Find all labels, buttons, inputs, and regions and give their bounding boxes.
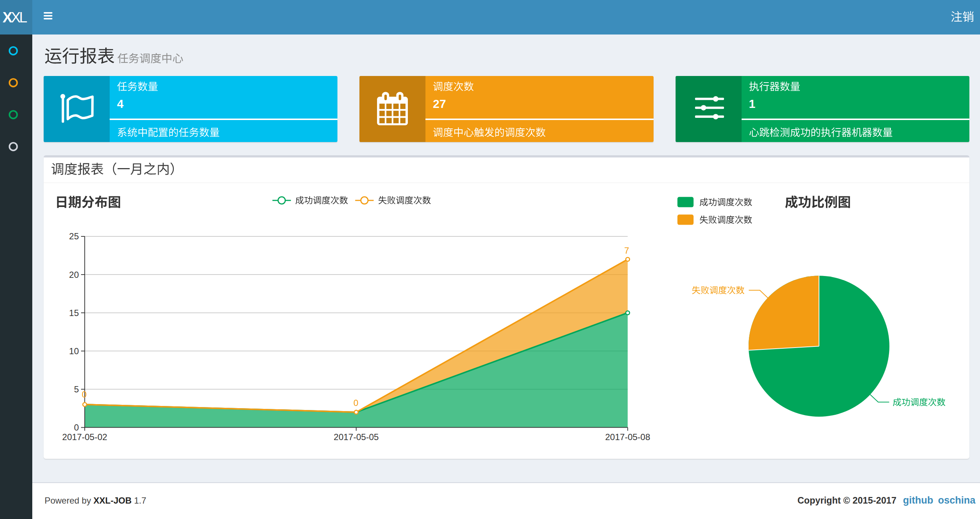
svg-text:7: 7 bbox=[624, 246, 629, 256]
svg-text:25: 25 bbox=[69, 231, 79, 241]
svg-text:0: 0 bbox=[82, 390, 87, 399]
svg-text:2017-05-05: 2017-05-05 bbox=[334, 432, 379, 442]
svg-text:XXL: XXL bbox=[3, 9, 27, 26]
svg-text:0: 0 bbox=[353, 398, 358, 408]
svg-text:2017-05-08: 2017-05-08 bbox=[605, 432, 650, 442]
svg-text:15: 15 bbox=[69, 308, 79, 318]
svg-text:5: 5 bbox=[74, 384, 79, 394]
svg-text:2017-05-02: 2017-05-02 bbox=[62, 432, 107, 442]
svg-text:0: 0 bbox=[74, 422, 79, 433]
svg-text:20: 20 bbox=[69, 270, 79, 280]
svg-text:10: 10 bbox=[69, 346, 79, 356]
